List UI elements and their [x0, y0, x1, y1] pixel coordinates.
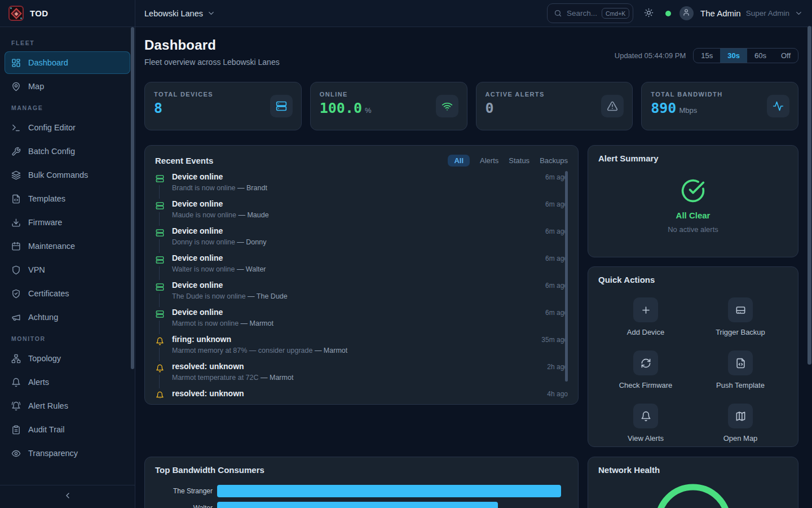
- quick-action-check-firmware[interactable]: Check Firmware: [598, 351, 693, 389]
- event-row[interactable]: Device online6m agoMarmot is now online …: [155, 307, 568, 334]
- sun-icon: [644, 8, 654, 19]
- shield-icon: [11, 265, 21, 275]
- main-scrollbar[interactable]: [807, 26, 811, 365]
- sidebar-item-label: Alert Rules: [28, 401, 68, 410]
- server-icon: [155, 253, 165, 266]
- alert-summary-panel: Alert Summary All Clear No active alerts: [588, 145, 798, 257]
- sidebar-item-audit-trail[interactable]: Audit Trail: [5, 418, 130, 441]
- event-message: Walter is now online — Walter: [172, 265, 568, 273]
- event-time: 6m ago: [545, 200, 568, 208]
- sidebar-item-maintenance[interactable]: Maintenance: [5, 235, 130, 257]
- sidebar-item-alert-rules[interactable]: Alert Rules: [5, 395, 130, 417]
- avatar[interactable]: [679, 6, 694, 20]
- quick-action-add-device[interactable]: Add Device: [598, 297, 693, 336]
- quick-actions-title: Quick Actions: [598, 275, 655, 284]
- sidebar-item-label: Topology: [28, 354, 61, 363]
- sidebar-item-bulk-commands[interactable]: Bulk Commands: [5, 164, 130, 186]
- event-row[interactable]: Device online6m agoMaude is now online —…: [155, 199, 568, 226]
- sidebar-scrollbar[interactable]: [131, 27, 134, 369]
- sidebar-item-batch-config[interactable]: Batch Config: [5, 140, 130, 163]
- event-row[interactable]: Device online6m agoBrandt is now online …: [155, 172, 568, 199]
- wifi-icon: [436, 95, 458, 117]
- network-health-title: Network Health: [598, 465, 660, 475]
- org-name: Lebowski Lanes: [144, 9, 203, 18]
- server-icon: [270, 95, 293, 117]
- user-role: Super Admin: [746, 9, 789, 17]
- event-row[interactable]: resolved: unknown2h agoMarmot temperatur…: [155, 361, 568, 388]
- sidebar-item-achtung[interactable]: Achtung: [5, 306, 130, 329]
- brand-area: TOD: [0, 0, 135, 27]
- event-title: resolved: unknown: [172, 361, 244, 371]
- sidebar-collapse-button[interactable]: [0, 485, 135, 508]
- sidebar-item-label: Config Editor: [28, 123, 76, 132]
- stat-card-total-devices: TOTAL DEVICES8: [144, 82, 302, 130]
- search-input[interactable]: Search... Cmd+K: [547, 3, 633, 23]
- stat-value: 0: [486, 100, 494, 116]
- event-time: 6m ago: [545, 227, 568, 235]
- bar-label: The Stranger: [155, 487, 217, 495]
- user-menu-chevron-down-icon[interactable]: [795, 9, 803, 17]
- map-pin-icon: [11, 82, 21, 91]
- event-title: Device online: [172, 307, 223, 317]
- recent-events-title: Recent Events: [155, 156, 213, 165]
- search-icon: [554, 9, 562, 17]
- event-message: Marmot temperature at 72C — Marmot: [172, 374, 568, 382]
- hard-drive-icon: [728, 297, 753, 322]
- quick-action-view-alerts[interactable]: View Alerts: [598, 404, 693, 443]
- events-tab-status[interactable]: Status: [509, 156, 529, 165]
- event-title: Device online: [172, 172, 223, 182]
- stat-cards-row: TOTAL DEVICES8ONLINE100.0%ACTIVE ALERTS0…: [144, 82, 798, 130]
- top-bar: TOD Lebowski Lanes Search... Cmd+K The A…: [0, 0, 812, 27]
- sidebar-item-firmware[interactable]: Firmware: [5, 211, 130, 234]
- shield-check-icon: [11, 289, 21, 299]
- event-title: firing: unknown: [172, 334, 231, 344]
- sidebar-item-transparency[interactable]: Transparency: [5, 442, 130, 465]
- events-scrollbar[interactable]: [565, 171, 568, 382]
- event-row[interactable]: Device online6m agoWalter is now online …: [155, 253, 568, 280]
- bell-icon: [11, 378, 21, 387]
- stat-card-total-bandwidth: TOTAL BANDWIDTH890Mbps: [641, 82, 798, 130]
- updated-timestamp: Updated 05:44:09 PM: [615, 51, 686, 60]
- theme-toggle-button[interactable]: [642, 6, 656, 21]
- search-shortcut-badge: Cmd+K: [602, 8, 629, 19]
- event-row[interactable]: resolved: unknown4h ago: [155, 388, 568, 398]
- download-icon: [11, 218, 21, 227]
- refresh-option-30s[interactable]: 30s: [720, 49, 747, 63]
- sidebar-item-dashboard[interactable]: Dashboard: [5, 51, 130, 74]
- quick-action-label: Open Map: [723, 434, 758, 443]
- sidebar-item-map[interactable]: Map: [5, 75, 130, 98]
- sidebar-item-alerts[interactable]: Alerts: [5, 371, 130, 393]
- event-message: Marmot is now online — Marmot: [172, 319, 568, 327]
- refresh-option-15s[interactable]: 15s: [694, 49, 720, 63]
- events-list: Device online6m agoBrandt is now online …: [155, 172, 568, 398]
- org-switcher[interactable]: Lebowski Lanes: [144, 9, 215, 18]
- sidebar-item-config-editor[interactable]: Config Editor: [5, 116, 130, 139]
- events-tab-backups[interactable]: Backups: [540, 156, 568, 165]
- recent-events-panel: Recent Events AllAlertsStatusBackups Dev…: [144, 145, 579, 405]
- stat-value: 100.0: [320, 100, 362, 116]
- quick-action-open-map[interactable]: Open Map: [693, 404, 788, 443]
- alert-status-text: All Clear: [676, 211, 710, 220]
- quick-action-label: Push Template: [716, 381, 765, 389]
- event-row[interactable]: Device online6m agoThe Dude is now onlin…: [155, 280, 568, 307]
- events-tab-alerts[interactable]: Alerts: [480, 156, 498, 165]
- refresh-interval-control: 15s30s60sOff: [693, 48, 798, 63]
- bandwidth-bar-row: Walter: [155, 502, 568, 508]
- sidebar-item-certificates[interactable]: Certificates: [5, 282, 130, 305]
- events-tab-all[interactable]: All: [448, 155, 470, 167]
- quick-action-label: Trigger Backup: [716, 328, 765, 336]
- event-row[interactable]: Device online6m agoDonny is now online —…: [155, 226, 568, 253]
- event-row[interactable]: firing: unknown35m agoMarmot memory at 8…: [155, 334, 568, 361]
- refresh-option-60s[interactable]: 60s: [747, 49, 774, 63]
- main-content: Dashboard Fleet overview across Lebowski…: [135, 27, 812, 508]
- quick-action-push-template[interactable]: Push Template: [693, 351, 788, 389]
- sidebar-item-vpn[interactable]: VPN: [5, 259, 130, 281]
- event-time: 35m ago: [541, 336, 568, 344]
- sidebar-item-templates[interactable]: Templates: [5, 187, 130, 210]
- bell-icon: [633, 404, 658, 428]
- sidebar-item-topology[interactable]: Topology: [5, 347, 130, 370]
- refresh-option-off[interactable]: Off: [774, 49, 798, 63]
- quick-action-trigger-backup[interactable]: Trigger Backup: [693, 297, 788, 336]
- event-title: Device online: [172, 253, 223, 263]
- bar: [217, 485, 561, 497]
